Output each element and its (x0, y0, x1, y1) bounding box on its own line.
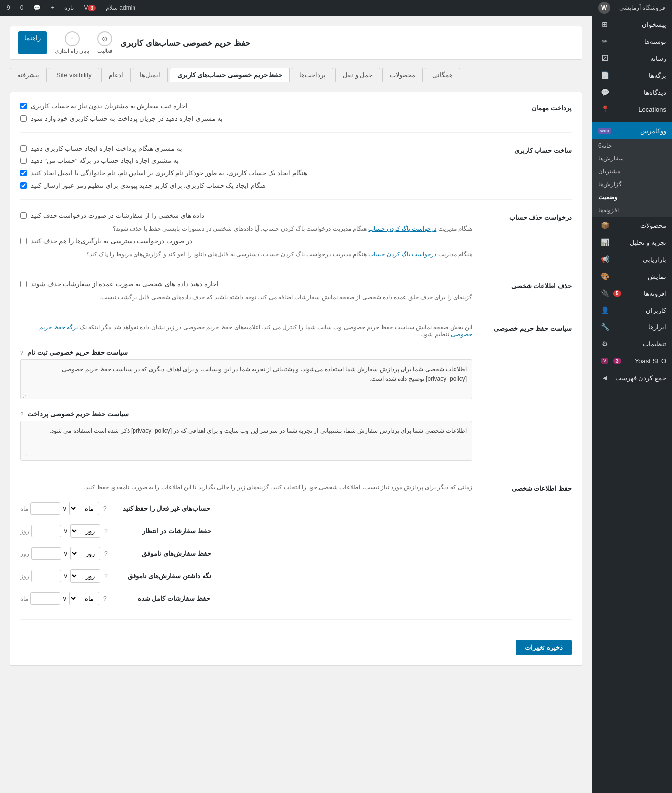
registration-policy-wrap: سیاست حفظ حریم خصوصی ثبت نام ? اطلاعات ش… (20, 349, 472, 399)
sidebar-item-plugins[interactable]: افزونه‌ها 5 🔌 (592, 285, 672, 302)
opt5-label[interactable]: هنگام ایجاد یک حساب کاربری، به طور خودکا… (31, 169, 307, 177)
site-name[interactable]: فروشگاه آزمایشی (616, 0, 668, 16)
opt4-label[interactable]: به مشتری اجازه ایجاد حساب در برگه "حساب … (31, 157, 179, 164)
sidebar-item-tools[interactable]: ابزارها 🔧 (592, 318, 672, 335)
tab-integration[interactable]: ادغام (101, 68, 131, 82)
opt1-label[interactable]: اجازه ثبت سفارش به مشتریان بدون نیاز به … (31, 102, 188, 110)
new-post[interactable]: تازه (61, 0, 77, 16)
opt7-checkbox[interactable] (20, 212, 27, 219)
user-greeting[interactable]: admin سلام (103, 0, 138, 16)
tab-emails[interactable]: ایمیل‌ها (133, 68, 168, 82)
personal-data-help: گزینه‌ای را برای حذف خلق عمده داده شخصی … (20, 294, 472, 301)
submenu-extensions[interactable]: افزونه‌ها (592, 204, 672, 217)
tab-general[interactable]: همگانی (425, 68, 460, 82)
sidebar-item-users[interactable]: کاربران 👤 (592, 302, 672, 318)
checkout-policy-title: سیاست حفظ حریم خصوصی پرداخت (27, 410, 128, 418)
comments-icon[interactable]: 💬 (30, 0, 44, 16)
guide-button[interactable]: ↑ پایان راه اندازی (55, 31, 89, 54)
wp-logo-icon[interactable]: W (595, 0, 613, 16)
opt2-label[interactable]: به مشتری اجازه دهید در جریان پرداخت به ح… (31, 115, 223, 122)
retention-help-1[interactable]: ? (104, 528, 108, 535)
tab-site-visibility[interactable]: Site visibility (49, 68, 99, 82)
opt9-label[interactable]: اجازه دهید داده های شخصی به صورت عمده از… (31, 280, 219, 288)
opt9-checkbox[interactable] (20, 281, 27, 287)
sidebar-item-marketing[interactable]: بازاریابی 📢 (592, 251, 672, 268)
sidebar-item-comments[interactable]: دیدگاه‌ها 💬 (592, 84, 672, 101)
retention-help-4[interactable]: ? (103, 595, 107, 602)
sidebar-item-analytics[interactable]: تجزیه و تحلیل 📊 (592, 234, 672, 251)
retention-value-4[interactable] (30, 592, 60, 605)
retention-row-1: حفظ سفارشات در انتظار ? روز ماه سال ∨ رو… (20, 524, 472, 538)
tab-payments[interactable]: پرداخت‌ها (292, 68, 333, 82)
sidebar-item-appearance[interactable]: نمایش 🎨 (592, 268, 672, 285)
tab-accounts[interactable]: حفظ حریم خصوصی حساب‌های کاربری (170, 68, 290, 82)
main-content: حفظ حریم خصوصی حساب‌های کاربری ⊙ فعالیت … (0, 16, 592, 793)
sidebar-item-dashboard[interactable]: پیشخوان ⊞ (592, 16, 672, 33)
retention-value-2[interactable] (31, 547, 61, 560)
sidebar-item-media[interactable]: رسانه 🖼 (592, 50, 672, 67)
checkout-policy-text[interactable]: اطلاعات شخصی شما برای پردازش سفارش شما، … (20, 421, 472, 461)
opt3-checkbox[interactable] (20, 145, 27, 152)
opt6-checkbox[interactable] (20, 182, 27, 189)
opt1-checkbox[interactable] (20, 103, 27, 109)
tools-icon: 🔧 (600, 322, 609, 331)
retention-unit-select-2[interactable]: روز ماه سال (70, 547, 100, 560)
submenu-orders[interactable]: سفارش‌ها (592, 152, 672, 165)
opt3-label[interactable]: به مشتری هنگام پرداخت اجازه ایجاد حساب ک… (31, 145, 182, 152)
help-button[interactable]: راهنما (18, 31, 47, 54)
retention-help-3[interactable]: ? (104, 573, 108, 580)
sidebar-item-locations[interactable]: Locations 📍 (592, 101, 672, 118)
retention-help-0[interactable]: ? (103, 505, 107, 512)
opt6-label[interactable]: هنگام ایجاد یک حساب کاربری، برای کاربر ج… (31, 182, 266, 189)
sidebar-item-collapse[interactable]: جمع کردن فهرست ◄ (592, 369, 672, 386)
opt7-label[interactable]: داده های شخصی را از سفارشات در صورت درخو… (31, 212, 204, 219)
account-creation-label: ساخت حساب کاربری (482, 145, 572, 154)
opt8-label[interactable]: در صورت درخواست دسترسی به بارگیری‌ها را … (31, 237, 192, 245)
comments-menu-icon: 💬 (600, 88, 609, 97)
retention-label-0: حساب‌های غیر فعال را حفظ کنید (111, 505, 210, 512)
retention-unit-select-1[interactable]: روز ماه سال (70, 524, 100, 538)
sidebar-item-settings[interactable]: تنظیمات ⚙ (592, 335, 672, 352)
submenu-settings[interactable]: وضعیت (592, 191, 672, 204)
registration-policy-text[interactable]: اطلاعات شخصی شما برای پردازش سفارش شما ا… (20, 359, 472, 399)
sidebar-item-products[interactable]: محصولات 📦 (592, 217, 672, 234)
activity-button[interactable]: ⊙ فعالیت (97, 31, 112, 54)
retention-value-0[interactable] (30, 502, 60, 515)
add-icon[interactable]: + (48, 0, 57, 16)
retention-value-3[interactable] (31, 570, 61, 582)
checkbox-row-opt8: در صورت درخواست دسترسی به بارگیری‌ها را … (20, 237, 472, 245)
checkout-help-icon[interactable]: ? (20, 411, 23, 417)
sidebar-item-yoast[interactable]: Yoast SEO 3 V (592, 352, 672, 369)
opt4-checkbox[interactable] (20, 158, 27, 164)
sidebar-item-pages[interactable]: برگه‌ها 📄 (592, 67, 672, 84)
retention-help-2[interactable]: ? (104, 550, 108, 557)
tab-advanced[interactable]: پیشرفته (10, 68, 47, 82)
retention-unit-select-4[interactable]: ماه روز سال (69, 592, 99, 605)
opt5-checkbox[interactable] (20, 170, 27, 176)
retention-row-2: حفظ سفارش‌های ناموفق ? روز ماه سال ∨ روز (20, 547, 472, 560)
locations-icon: 📍 (600, 105, 609, 114)
retention-unit-select-0[interactable]: ماه روز سال (69, 502, 99, 515)
tab-products[interactable]: محصولات (382, 68, 423, 82)
opt8-checkbox[interactable] (20, 238, 27, 244)
retention-unit-select-3[interactable]: روز ماه سال (70, 569, 100, 583)
retention-unit-label-4: ماه (20, 595, 28, 602)
checkout-policy-wrap: سیاست حفظ حریم خصوصی پرداخت ? اطلاعات شخ… (20, 410, 472, 461)
submenu-customers[interactable]: مشتریان (592, 165, 672, 178)
updates-count[interactable]: 9 (4, 0, 13, 16)
dashboard-icon: ⊞ (600, 20, 609, 29)
save-button[interactable]: ذخیره تغییرات (516, 640, 572, 655)
checkbox-row-opt4: به مشتری اجازه ایجاد حساب در برگه "حساب … (20, 157, 472, 164)
retention-value-1[interactable] (31, 525, 61, 537)
registration-help-icon[interactable]: ? (20, 350, 23, 356)
tab-shipping[interactable]: حمل و نقل (335, 68, 380, 82)
erasure-link1[interactable]: درخواست باگ کردن حساب (368, 225, 436, 232)
erasure-link2[interactable]: درخواست باگ کردن حساب (368, 251, 436, 258)
sidebar-item-posts[interactable]: نوشته‌ها ✏ (592, 33, 672, 50)
submenu-reports[interactable]: گزارش‌ها (592, 178, 672, 191)
account-erasure-content: داده های شخصی را از سفارشات در صورت درخو… (20, 212, 472, 258)
sidebar-item-woocommerce[interactable]: ووکامرس woo (592, 122, 672, 139)
opt2-checkbox[interactable] (20, 115, 27, 122)
submenu-home[interactable]: خانه 6 (592, 139, 672, 152)
notifications[interactable]: 3 V (81, 0, 99, 16)
